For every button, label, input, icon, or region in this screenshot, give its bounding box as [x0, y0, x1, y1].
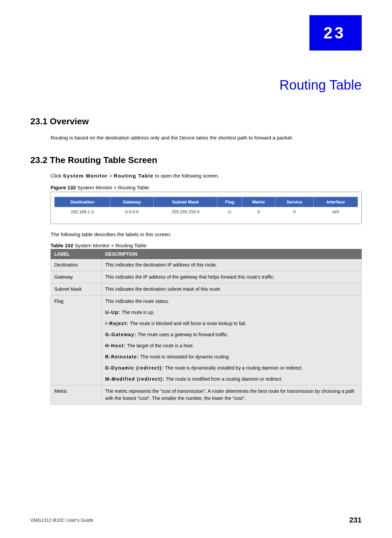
row-flag: Flag This indicates the route status. U-… — [51, 295, 362, 385]
flag-u-label: U-Up: — [105, 310, 121, 315]
col-metric: Metric — [242, 197, 275, 207]
click-instruction: Click System Monitor > Routing Table to … — [51, 173, 362, 179]
desc-subnet: This indicates the destination subnet ma… — [102, 283, 362, 295]
footer-guide-name: VMG1312-B10C User's Guide — [30, 517, 93, 523]
overview-text: Routing is based on the destination addr… — [51, 134, 362, 141]
flag-r-label: R-Reinstate: — [105, 354, 139, 359]
cell-interface: br0 — [314, 207, 358, 216]
flag-g-text: The route uses a gateway to forward traf… — [137, 332, 229, 337]
chapter-title: Routing Table — [30, 77, 362, 93]
click-pre: Click — [51, 173, 63, 179]
flag-m-label: M-Modified (redirect): — [105, 376, 164, 382]
flag-g-label: G-Gateway: — [105, 332, 137, 337]
col-service: Service — [275, 197, 313, 207]
flag-d: D-Dynamic (redirect): The route is dynam… — [105, 365, 358, 372]
figure-label: Figure 132 — [51, 185, 76, 190]
desc-destination: This indicates the destination IP addres… — [102, 259, 362, 271]
row-subnet: Subnet Mask This indicates the destinati… — [51, 283, 362, 295]
row-gateway: Gateway This indicates the IP address of… — [51, 271, 362, 283]
flag-d-label: D-Dynamic (redirect): — [105, 365, 164, 371]
header-label: LABEL — [51, 249, 102, 259]
flag-u: U-Up: The route is up. — [105, 309, 358, 316]
flag-reject-label: !-Reject: — [105, 321, 129, 326]
cell-subnet-mask: 255.255.255.0 — [154, 207, 217, 216]
flag-m-text: The route is modified from a routing dae… — [164, 376, 282, 382]
flag-h: H-Host: The target of the route is a hos… — [105, 342, 358, 349]
click-mid: > — [108, 173, 114, 179]
table-caption: Table 102 System Monitor > Routing Table — [51, 243, 362, 248]
desc-gateway: This indicates the IP address of the gat… — [102, 271, 362, 283]
click-bold-1: System Monitor — [63, 173, 108, 179]
flag-d-text: The route is dynamically installed by a … — [164, 365, 303, 371]
label-destination: Destination — [51, 259, 102, 271]
col-subnet-mask: Subnet Mask — [154, 197, 217, 207]
row-metric: Metric The metric represents the "cost o… — [51, 385, 362, 404]
click-post: to open the following screen. — [154, 173, 219, 179]
desc-header-row: LABEL DESCRIPTION — [51, 249, 362, 259]
chapter-number-tab: 23 — [309, 15, 362, 51]
table-intro: The following table describes the labels… — [51, 231, 362, 237]
cell-destination: 192.168.1.0 — [55, 207, 110, 216]
label-subnet: Subnet Mask — [51, 283, 102, 295]
col-destination: Destination — [55, 197, 110, 207]
section-overview-heading: 23.1 Overview — [30, 116, 362, 127]
label-flag: Flag — [51, 295, 102, 385]
routing-table: Destination Gateway Subnet Mask Flag Met… — [54, 197, 358, 216]
flag-r: R-Reinstate: The route is reinstated for… — [105, 353, 358, 360]
routing-header-row: Destination Gateway Subnet Mask Flag Met… — [55, 197, 358, 207]
label-metric: Metric — [51, 385, 102, 404]
table-title: System Monitor > Routing Table — [73, 243, 146, 248]
figure-screenshot: Destination Gateway Subnet Mask Flag Met… — [51, 192, 362, 224]
flag-g: G-Gateway: The route uses a gateway to f… — [105, 331, 358, 338]
header-description: DESCRIPTION — [102, 249, 362, 259]
flag-u-text: The route is up. — [121, 310, 155, 315]
flag-r-text: The route is reinstated for dynamic rout… — [139, 354, 230, 359]
flag-h-text: The target of the route is a host. — [126, 343, 194, 348]
cell-service: 0 — [275, 207, 313, 216]
col-interface: Interface — [314, 197, 358, 207]
cell-metric: 0 — [242, 207, 275, 216]
col-gateway: Gateway — [110, 197, 154, 207]
label-gateway: Gateway — [51, 271, 102, 283]
footer-page-number: 231 — [349, 516, 362, 525]
table-label: Table 102 — [51, 243, 73, 248]
flag-reject-text: The route is blocked and will force a ro… — [129, 321, 246, 326]
col-flag: Flag — [217, 197, 242, 207]
description-table: LABEL DESCRIPTION Destination This indic… — [51, 249, 362, 405]
page: 23 Routing Table 23.1 Overview Routing i… — [0, 0, 392, 538]
figure-title: System Monitor > Routing Table — [76, 185, 149, 190]
cell-flag: U — [217, 207, 242, 216]
click-bold-2: Routing Table — [114, 173, 153, 179]
figure-caption: Figure 132 System Monitor > Routing Tabl… — [51, 185, 362, 190]
flag-h-label: H-Host: — [105, 343, 126, 348]
footer: VMG1312-B10C User's Guide 231 — [30, 516, 362, 525]
routing-data-row: 192.168.1.0 0.0.0.0 255.255.255.0 U 0 0 … — [55, 207, 358, 216]
desc-metric: The metric represents the "cost of trans… — [102, 385, 362, 404]
flag-m: M-Modified (redirect): The route is modi… — [105, 376, 358, 383]
section-screen-heading: 23.2 The Routing Table Screen — [30, 155, 362, 165]
row-destination: Destination This indicates the destinati… — [51, 259, 362, 271]
flag-reject: !-Reject: The route is blocked and will … — [105, 320, 358, 327]
chapter-number: 23 — [324, 24, 345, 42]
cell-gateway: 0.0.0.0 — [110, 207, 154, 216]
desc-flag: This indicates the route status. U-Up: T… — [102, 295, 362, 385]
flag-intro: This indicates the route status. — [105, 298, 358, 305]
